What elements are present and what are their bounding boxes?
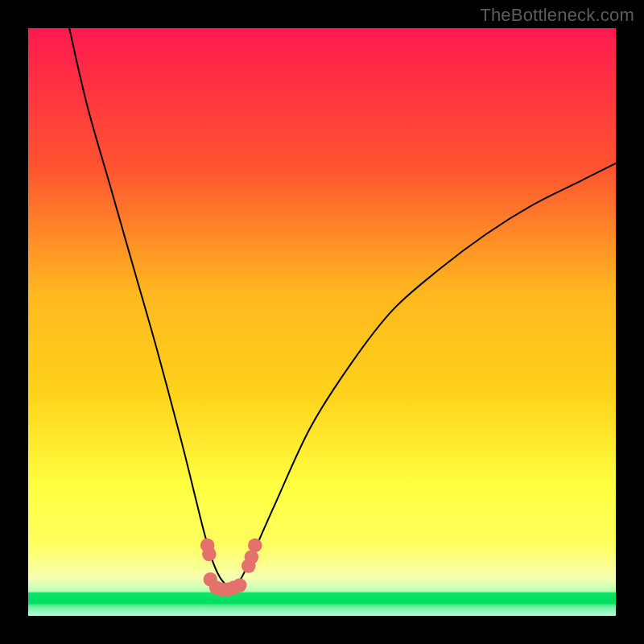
trough-marker — [233, 578, 247, 592]
watermark-text: TheBottleneck.com — [480, 5, 634, 26]
chart-frame: TheBottleneck.com — [0, 0, 644, 644]
plot-area — [28, 28, 616, 616]
plot-svg — [28, 28, 616, 616]
trough-marker — [248, 539, 262, 553]
green-band — [28, 592, 616, 605]
gradient-background — [28, 28, 616, 616]
trough-marker — [202, 547, 217, 562]
